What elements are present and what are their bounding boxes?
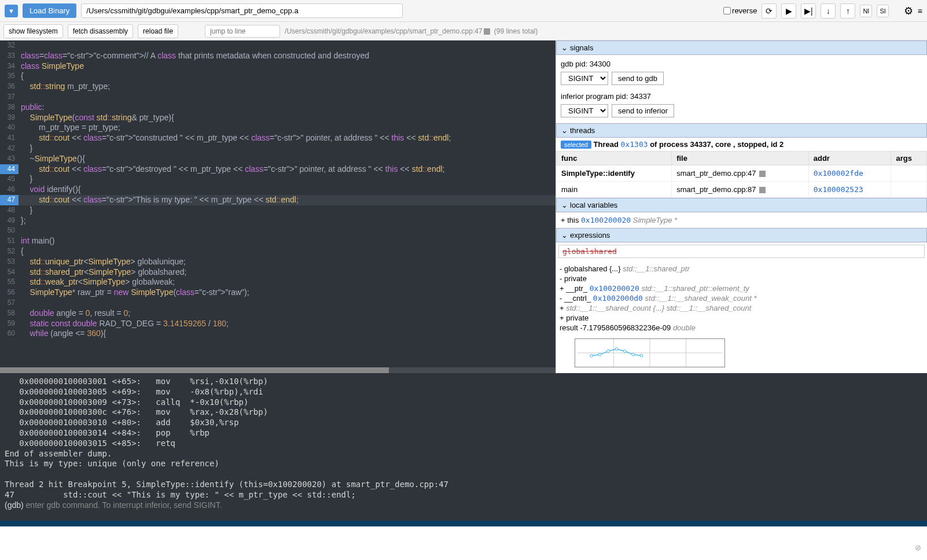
source-line[interactable]: 51int main(): [0, 236, 556, 246]
gutter[interactable]: 36: [0, 82, 19, 92]
gutter[interactable]: 48: [0, 205, 19, 216]
expression-tree[interactable]: - globalshared {...} std::__1::shared_pt…: [556, 260, 927, 336]
gutter[interactable]: 57: [0, 298, 19, 308]
settings-icon[interactable]: ⚙: [904, 5, 913, 17]
gutter[interactable]: 38: [0, 102, 19, 113]
load-binary-button[interactable]: Load Binary: [23, 3, 76, 18]
source-line[interactable]: 57: [0, 298, 556, 308]
tree-node[interactable]: - private: [560, 274, 924, 283]
gutter[interactable]: 44: [0, 164, 19, 175]
inferior-signal-select[interactable]: SIGINT: [561, 104, 608, 117]
continue-button[interactable]: ▶: [781, 3, 796, 19]
reverse-toggle[interactable]: reverse: [723, 6, 757, 15]
gdb-signal-select[interactable]: SIGINT: [561, 72, 608, 85]
source-line[interactable]: 47 std::cout << class="c-str">"This is m…: [0, 195, 556, 205]
gutter[interactable]: 59: [0, 319, 19, 329]
fetch-disassembly-button[interactable]: fetch disassembly: [68, 24, 133, 38]
gutter[interactable]: 51: [0, 236, 19, 246]
tree-node[interactable]: - __cntrl_ 0x1002000d0 std::__1::__share…: [560, 293, 924, 303]
source-hscrollbar[interactable]: [0, 367, 556, 373]
gutter[interactable]: 41: [0, 133, 19, 143]
step-instruction-button[interactable]: SI: [877, 5, 888, 17]
source-line[interactable]: 45 }: [0, 174, 556, 185]
tree-node[interactable]: + private: [560, 313, 924, 323]
source-line[interactable]: 44 std::cout << class="c-str">"destroyed…: [0, 164, 556, 175]
source-line[interactable]: 35{: [0, 71, 556, 82]
source-line[interactable]: 48 }: [0, 205, 556, 216]
expression-input[interactable]: [558, 245, 925, 258]
gutter[interactable]: 43: [0, 154, 19, 164]
tree-node[interactable]: result -7.1795860596832236e-09 double: [560, 323, 924, 333]
cancel-icon[interactable]: ⊘: [915, 543, 921, 552]
thread-id-link[interactable]: 0x1303: [621, 140, 648, 149]
source-line[interactable]: 41 std::cout << class="c-str">"construct…: [0, 133, 556, 143]
local-var-addr[interactable]: 0x100200020: [581, 216, 631, 224]
locals-header[interactable]: ⌄local variables: [556, 198, 927, 212]
source-line[interactable]: 55 std::weak_ptr<SimpleType> globalweak;: [0, 277, 556, 288]
signals-header[interactable]: ⌄signals: [556, 40, 927, 55]
source-line[interactable]: 37: [0, 92, 556, 102]
gutter[interactable]: 52: [0, 246, 19, 257]
expressions-header[interactable]: ⌄expressions: [556, 228, 927, 242]
step-out-button[interactable]: ↑: [840, 3, 855, 19]
tree-node[interactable]: + std::__1::__shared_count {...} std::__…: [560, 303, 924, 313]
source-line[interactable]: 36 std::string m_ptr_type;: [0, 82, 556, 92]
gutter[interactable]: 54: [0, 267, 19, 278]
gutter[interactable]: 46: [0, 185, 19, 195]
addr-link[interactable]: 0x100002523: [814, 185, 863, 194]
source-line[interactable]: 60 while (angle <= 360){: [0, 329, 556, 339]
source-line[interactable]: 52{: [0, 246, 556, 257]
gutter[interactable]: 40: [0, 123, 19, 133]
send-to-inferior-button[interactable]: send to inferior: [612, 104, 674, 117]
source-line[interactable]: 34class SimpleType: [0, 61, 556, 72]
menu-icon[interactable]: ≡: [918, 6, 922, 16]
stack-row[interactable]: SimpleType::identifysmart_ptr_demo.cpp:4…: [557, 165, 927, 182]
gutter[interactable]: 53: [0, 257, 19, 267]
gutter[interactable]: 50: [0, 226, 19, 236]
source-line[interactable]: 54 std::shared_ptr<SimpleType> globalsha…: [0, 267, 556, 278]
jump-to-line-input[interactable]: [205, 25, 280, 38]
source-line[interactable]: 56 SimpleType* raw_ptr = new SimpleType(…: [0, 288, 556, 298]
next-instruction-button[interactable]: NI: [860, 5, 872, 17]
source-line[interactable]: 59 static const double RAD_TO_DEG = 3.14…: [0, 319, 556, 329]
gutter[interactable]: 49: [0, 216, 19, 226]
gutter[interactable]: 39: [0, 113, 19, 123]
reload-file-button[interactable]: reload file: [138, 24, 178, 38]
gutter[interactable]: 32: [0, 40, 19, 51]
gutter[interactable]: 58: [0, 308, 19, 319]
source-line[interactable]: 39 SimpleType(const std::string& ptr_typ…: [0, 113, 556, 123]
gutter[interactable]: 42: [0, 143, 19, 154]
gutter[interactable]: 47: [0, 195, 19, 205]
gutter[interactable]: 55: [0, 277, 19, 288]
gutter[interactable]: 34: [0, 61, 19, 72]
copy-icon[interactable]: [484, 28, 490, 35]
binary-dropdown[interactable]: ▼: [5, 5, 18, 17]
source-pane[interactable]: 3233class=class="c-str">"c-comment">// A…: [0, 40, 556, 373]
addr-link[interactable]: 0x100002fde: [814, 169, 863, 178]
tree-node[interactable]: - globalshared {...} std::__1::shared_pt…: [560, 264, 924, 274]
source-line[interactable]: 50: [0, 226, 556, 236]
source-line[interactable]: 49};: [0, 216, 556, 226]
source-line[interactable]: 40 m_ptr_type = ptr_type;: [0, 123, 556, 133]
gdb-terminal[interactable]: 0x0000000100003001 <+65>: mov %rsi,-0x10…: [0, 373, 927, 521]
gutter[interactable]: 35: [0, 71, 19, 82]
restart-button[interactable]: ⟳: [762, 3, 777, 19]
threads-header[interactable]: ⌄threads: [556, 123, 927, 138]
pause-button[interactable]: ▶|: [801, 3, 816, 19]
source-line[interactable]: 38public:: [0, 102, 556, 113]
step-over-button[interactable]: ↓: [821, 3, 836, 19]
tree-node[interactable]: + __ptr_ 0x100200020 std::__1::shared_pt…: [560, 283, 924, 293]
source-line[interactable]: 33class=class="c-str">"c-comment">// A c…: [0, 51, 556, 61]
binary-path-input[interactable]: [81, 3, 403, 18]
gutter[interactable]: 60: [0, 329, 19, 339]
show-filesystem-button[interactable]: show filesystem: [3, 24, 63, 38]
gutter[interactable]: 37: [0, 92, 19, 102]
source-line[interactable]: 32: [0, 40, 556, 51]
stack-row[interactable]: mainsmart_ptr_demo.cpp:87 0x100002523: [557, 182, 927, 198]
gutter[interactable]: 33: [0, 51, 19, 61]
send-to-gdb-button[interactable]: send to gdb: [612, 72, 664, 85]
gutter[interactable]: 45: [0, 174, 19, 185]
source-line[interactable]: 42 }: [0, 143, 556, 154]
source-line[interactable]: 58 double angle = 0, result = 0;: [0, 308, 556, 319]
gutter[interactable]: 56: [0, 288, 19, 298]
